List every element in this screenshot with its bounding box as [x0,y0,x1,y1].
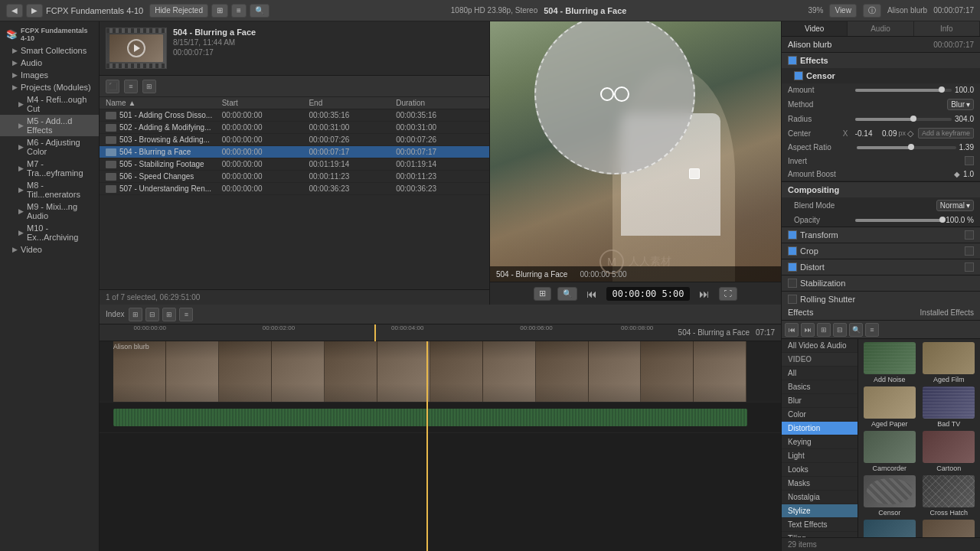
browser-toolbar-btn2[interactable]: ≡ [124,80,138,93]
effect-aged-paper[interactable]: Aged Paper [861,386,918,428]
aspect-slider[interactable] [857,146,956,149]
sidebar-item-m4[interactable]: ▶ M4 - Refi...ough Cut [0,93,99,115]
play-fwd-btn[interactable]: ⏭ [696,288,713,300]
tl-btn1[interactable]: ⊞ [129,308,142,321]
tl-btn2[interactable]: ⊟ [145,308,159,321]
browser-view-btn[interactable]: ⊞ [211,4,228,18]
effect-distortion[interactable]: Distortion [861,520,918,537]
browser-row[interactable]: 503 - Browsing & Adding... 00:00:00:00 0… [100,134,489,146]
effect-add-noise[interactable]: Add Noise [861,342,918,383]
tab-video[interactable]: Video [782,21,848,36]
browser-row[interactable]: 501 - Adding Cross Disso... 00:00:00:00 … [100,109,489,122]
opacity-slider[interactable] [855,219,942,222]
censor-header[interactable]: Censor [782,68,980,83]
rolling-checkbox[interactable] [788,295,797,304]
cat-all-video-audio[interactable]: All Video & Audio [782,339,858,353]
browser-row[interactable]: 506 - Speed Changes 00:00:00:00 00:00:11… [100,171,489,183]
tl-btn4[interactable]: ≡ [179,308,193,321]
sidebar-item-m9[interactable]: ▶ M9 - Mixi...ng Audio [0,201,99,222]
cat-masks[interactable]: Masks [782,477,858,491]
censor-checkbox[interactable] [794,71,803,80]
keyframe-btn[interactable]: Add a keyframe [918,128,974,139]
effect-censor[interactable]: Censor [861,475,918,517]
cat-basics[interactable]: Basics [782,380,858,394]
cat-text-effects[interactable]: Text Effects [782,518,858,532]
effect-aged-film[interactable]: Aged Film [921,342,978,383]
sidebar-item-m7[interactable]: ▶ M7 - Tra...eyframing [0,158,99,179]
crop-checkbox[interactable] [788,246,797,256]
effects-section-header[interactable]: Effects [782,53,980,68]
effects-checkbox[interactable] [788,56,797,65]
search-btn[interactable]: 🔍 [250,4,270,18]
compositing-header[interactable]: Compositing [782,182,980,197]
stab-header[interactable]: Stabilization [782,276,980,291]
effect-camcorder[interactable]: Camcorder [861,431,918,472]
cat-light[interactable]: Light [782,449,858,463]
sidebar-item-projects[interactable]: ▶ Projects (Modules) [0,81,99,93]
eff-tb6[interactable]: ≡ [865,323,879,337]
hide-rejected-btn[interactable]: Hide Rejected [149,4,208,18]
effect-bad-tv[interactable]: Bad TV [921,386,978,428]
sidebar-item-m6[interactable]: ▶ M6 - Adjusting Color [0,136,99,158]
eff-tb5[interactable]: 🔍 [849,323,863,337]
distort-checkbox[interactable] [788,262,797,272]
transform-header[interactable]: Transform [782,227,980,243]
browser-row[interactable]: 502 - Adding & Modifying... 00:00:00:00 … [100,122,489,134]
eff-tb1[interactable]: ⏮ [785,323,799,337]
cat-blur[interactable]: Blur [782,394,858,408]
view-btn[interactable]: View [829,4,857,18]
eff-tb2[interactable]: ⏭ [801,323,815,337]
transform-checkbox[interactable] [788,230,797,240]
list-view-btn[interactable]: ≡ [231,4,247,18]
distort-header[interactable]: Distort [782,259,980,275]
cat-looks[interactable]: Looks [782,463,858,477]
cat-stylize[interactable]: Stylize [782,504,858,518]
rolling-header[interactable]: Rolling Shutter [782,292,980,305]
blend-mode-dropdown[interactable]: Normal ▾ [936,200,974,211]
radius-slider[interactable] [855,118,952,121]
method-dropdown[interactable]: Blur ▾ [947,99,974,110]
cat-nostalgia[interactable]: Nostalgia [782,491,858,504]
effect-cartoon[interactable]: Cartoon [921,431,978,472]
eff-tb4[interactable]: ⊟ [833,323,847,337]
back-btn[interactable]: ◀ [6,4,23,18]
timecode-display: 00:00:00 5:00 [606,287,691,301]
add-kf-icon[interactable]: ◇ [907,129,913,139]
sidebar-item-audio[interactable]: ▶ Audio [0,57,99,69]
tab-info[interactable]: Info [914,21,980,36]
crop-expand[interactable] [965,246,974,256]
browser-row[interactable]: 505 - Stabilizing Footage 00:00:00:00 00… [100,158,489,171]
browser-row[interactable]: 507 - Understanding Ren... 00:00:00:00 0… [100,183,489,195]
browser-row-selected[interactable]: 504 - Blurring a Face 00:00:00:00 00:00:… [100,146,489,158]
sidebar-item-images[interactable]: ▶ Images [0,69,99,81]
tl-btn3[interactable]: ⊞ [162,308,176,321]
tab-audio[interactable]: Audio [848,21,913,36]
sidebar-item-m10[interactable]: ▶ M10 - Ex...Archiving [0,222,99,243]
crop-header[interactable]: Crop [782,243,980,259]
forward-btn[interactable]: ▶ [26,4,43,18]
cat-keying[interactable]: Keying [782,435,858,449]
browser-toolbar-btn3[interactable]: ⊞ [142,80,156,93]
sidebar-item-video[interactable]: ▶ Video [0,243,99,256]
effect-generic2[interactable] [921,520,978,537]
sidebar-item-smart-collections[interactable]: ▶ Smart Collections [0,44,99,57]
cat-all[interactable]: All [782,367,858,380]
inspector-toggle[interactable]: ⓘ [863,4,881,18]
cat-color[interactable]: Color [782,408,858,422]
cat-tiling[interactable]: Tiling [782,532,858,537]
viewer-zoom-btn[interactable]: 🔍 [557,287,577,301]
viewer-fullscreen-btn[interactable]: ⛶ [719,287,737,301]
play-back-btn[interactable]: ⏮ [583,288,600,300]
effect-cross-hatch[interactable]: Cross Hatch [921,475,978,517]
distort-expand[interactable] [965,262,974,272]
invert-checkbox[interactable] [965,156,974,165]
eff-tb3[interactable]: ⊞ [817,323,831,337]
viewer-settings-btn[interactable]: ⊞ [534,287,551,301]
cat-distortion-video[interactable]: Distortion [782,422,858,435]
transform-expand[interactable] [965,230,974,240]
sidebar-item-m8[interactable]: ▶ M8 - Titl...enerators [0,179,99,201]
sidebar-item-m5[interactable]: ▶ M5 - Add...d Effects [0,115,99,136]
stab-checkbox[interactable] [788,279,797,288]
browser-toolbar-btn1[interactable]: ⬛ [106,80,119,93]
amount-slider[interactable] [855,89,952,92]
